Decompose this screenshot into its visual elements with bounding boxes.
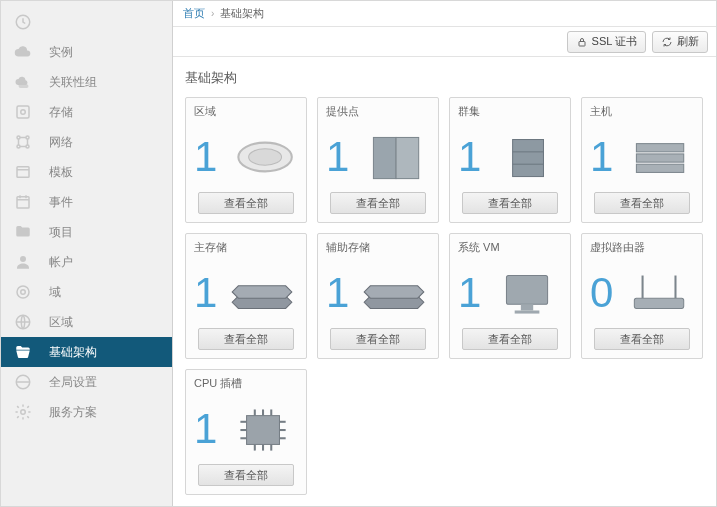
view-all-button[interactable]: 查看全部 <box>594 192 690 214</box>
gear-icon <box>13 402 33 422</box>
sidebar-item-network[interactable]: 网络 <box>1 127 172 157</box>
storage-icon <box>358 265 430 321</box>
svg-point-5 <box>17 145 20 148</box>
sidebar-item-label: 区域 <box>49 314 73 331</box>
network-icon <box>13 132 33 152</box>
refresh-label: 刷新 <box>677 34 699 49</box>
card-grid: 区域 1 查看全部 提供点 1 查看全部 群集 <box>185 97 704 495</box>
view-all-button[interactable]: 查看全部 <box>198 192 294 214</box>
svg-rect-27 <box>521 304 533 310</box>
card-host: 主机 1 查看全部 <box>581 97 703 223</box>
ssl-cert-button[interactable]: SSL 证书 <box>567 31 646 53</box>
view-all-button[interactable]: 查看全部 <box>198 328 294 350</box>
view-all-button[interactable]: 查看全部 <box>198 464 294 486</box>
sidebar-item-projects[interactable]: 项目 <box>1 217 172 247</box>
svg-rect-26 <box>506 275 547 304</box>
sidebar-item-templates[interactable]: 模板 <box>1 157 172 187</box>
section: 基础架构 区域 1 查看全部 提供点 1 查看全部 <box>173 57 716 506</box>
ssl-cert-label: SSL 证书 <box>592 34 637 49</box>
template-icon <box>13 162 33 182</box>
monitor-icon <box>490 265 562 321</box>
pod-icon <box>358 129 430 185</box>
sidebar-item-storage[interactable]: 存储 <box>1 97 172 127</box>
sidebar-item-service-offerings[interactable]: 服务方案 <box>1 397 172 427</box>
svg-point-3 <box>17 136 20 139</box>
svg-point-17 <box>249 148 282 164</box>
card-count: 1 <box>590 136 618 178</box>
view-all-button[interactable]: 查看全部 <box>330 328 426 350</box>
card-count: 1 <box>194 272 222 314</box>
card-title: 区域 <box>194 104 298 119</box>
breadcrumb-current: 基础架构 <box>220 6 264 21</box>
clock-icon <box>13 12 33 32</box>
sidebar-item-label: 网络 <box>49 134 73 151</box>
lock-icon <box>576 36 588 48</box>
sidebar-item-accounts[interactable]: 帐户 <box>1 247 172 277</box>
zone-icon <box>226 129 298 185</box>
globe-icon <box>13 312 33 332</box>
sidebar-item-label: 事件 <box>49 194 73 211</box>
sidebar-item-global-settings[interactable]: 全局设置 <box>1 367 172 397</box>
sidebar-item-instances[interactable]: 实例 <box>1 37 172 67</box>
card-pod: 提供点 1 查看全部 <box>317 97 439 223</box>
svg-rect-8 <box>17 197 29 208</box>
sidebar-item-label: 关联性组 <box>49 74 97 91</box>
breadcrumb: 首页 › 基础架构 <box>173 1 716 27</box>
storage-icon <box>226 265 298 321</box>
svg-rect-1 <box>17 106 29 118</box>
svg-point-6 <box>26 145 29 148</box>
sidebar-item-label: 帐户 <box>49 254 73 271</box>
card-title: 主存储 <box>194 240 298 255</box>
view-all-button[interactable]: 查看全部 <box>330 192 426 214</box>
sidebar-item-regions[interactable]: 区域 <box>1 307 172 337</box>
svg-rect-19 <box>396 137 419 178</box>
sidebar-item-affinity[interactable]: 关联性组 <box>1 67 172 97</box>
card-title: 群集 <box>458 104 562 119</box>
cloud-group-icon <box>13 72 33 92</box>
svg-rect-29 <box>634 298 683 308</box>
card-cpu-sockets: CPU 插槽 1 查看全部 <box>185 369 307 495</box>
cluster-icon <box>490 129 562 185</box>
main: 首页 › 基础架构 SSL 证书 刷新 基础架构 区域 1 <box>173 1 716 506</box>
card-title: CPU 插槽 <box>194 376 298 391</box>
svg-rect-18 <box>373 137 396 178</box>
target-icon <box>13 282 33 302</box>
chevron-right-icon: › <box>211 8 214 19</box>
view-all-button[interactable]: 查看全部 <box>462 192 558 214</box>
card-count: 1 <box>326 136 354 178</box>
card-system-vm: 系统 VM 1 查看全部 <box>449 233 571 359</box>
card-count: 1 <box>194 136 222 178</box>
router-icon <box>622 265 694 321</box>
refresh-button[interactable]: 刷新 <box>652 31 708 53</box>
svg-point-14 <box>21 410 26 415</box>
disk-icon <box>13 102 33 122</box>
card-secondary-storage: 辅助存储 1 查看全部 <box>317 233 439 359</box>
svg-rect-7 <box>17 167 29 178</box>
sidebar-item-dashboard[interactable] <box>1 7 172 37</box>
refresh-icon <box>661 36 673 48</box>
view-all-button[interactable]: 查看全部 <box>462 328 558 350</box>
sidebar-item-label: 基础架构 <box>49 344 97 361</box>
card-count: 0 <box>590 272 618 314</box>
card-title: 主机 <box>590 104 694 119</box>
sidebar-item-label: 存储 <box>49 104 73 121</box>
host-icon <box>622 129 694 185</box>
sidebar-item-domains[interactable]: 域 <box>1 277 172 307</box>
svg-rect-25 <box>636 164 683 172</box>
card-title: 虚拟路由器 <box>590 240 694 255</box>
card-title: 系统 VM <box>458 240 562 255</box>
view-all-button[interactable]: 查看全部 <box>594 328 690 350</box>
cpu-icon <box>226 401 298 457</box>
breadcrumb-home[interactable]: 首页 <box>183 6 205 21</box>
cloud-icon <box>13 42 33 62</box>
sidebar-item-events[interactable]: 事件 <box>1 187 172 217</box>
svg-rect-32 <box>247 415 280 444</box>
svg-point-9 <box>20 256 26 262</box>
sidebar-item-infrastructure[interactable]: 基础架构 <box>1 337 172 367</box>
globe-gear-icon <box>13 372 33 392</box>
card-primary-storage: 主存储 1 查看全部 <box>185 233 307 359</box>
card-title: 提供点 <box>326 104 430 119</box>
svg-point-2 <box>21 110 26 115</box>
folder-open-icon <box>13 342 33 362</box>
toolbar: SSL 证书 刷新 <box>173 27 716 57</box>
